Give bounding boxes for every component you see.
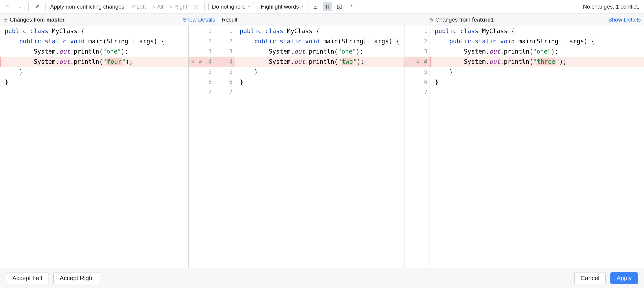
chevron-down-icon: [301, 5, 304, 8]
line-number: 2: [424, 36, 427, 46]
code-line[interactable]: public class MyClass {: [235, 26, 404, 36]
line-number: 3: [208, 46, 212, 57]
gutter-line[interactable]: 5: [189, 67, 214, 77]
gutter-line[interactable]: 1: [214, 26, 235, 36]
code-line[interactable]: System.out.println("one");: [0, 46, 188, 57]
gutter-line[interactable]: 6: [214, 77, 235, 87]
ignore-select-value: Do not ignore: [212, 3, 245, 10]
apply-left-button[interactable]: Left: [130, 3, 147, 10]
code-line[interactable]: public class MyClass {: [430, 26, 644, 36]
apply-right-button[interactable]: Right: [167, 3, 189, 10]
center-code[interactable]: public class MyClass { public static voi…: [235, 26, 404, 268]
gutter-line[interactable]: 7: [214, 87, 235, 97]
conflict-marker: [0, 57, 2, 67]
code-line[interactable]: System.out.println("one");: [430, 46, 644, 57]
code-line[interactable]: System.out.println("two");: [235, 57, 404, 67]
diff-area: public class MyClass { public static voi…: [0, 26, 644, 268]
code-line[interactable]: System.out.println("four");: [0, 57, 188, 67]
gutter-line[interactable]: 4: [189, 57, 214, 67]
ignore-change-icon[interactable]: [190, 59, 195, 64]
code-line[interactable]: }: [235, 67, 404, 77]
gutter-line[interactable]: 5: [404, 67, 430, 77]
code-line[interactable]: [430, 87, 644, 97]
gutter-line[interactable]: 2: [214, 36, 235, 46]
prev-diff-button[interactable]: [3, 2, 12, 11]
svg-point-2: [339, 6, 340, 7]
line-number: 1: [424, 26, 427, 36]
code-line[interactable]: }: [0, 67, 188, 77]
right-code[interactable]: public class MyClass { public static voi…: [430, 26, 644, 268]
apply-all-button[interactable]: All: [150, 3, 165, 10]
code-line[interactable]: System.out.println("one");: [235, 46, 404, 57]
conflict-marker: [430, 57, 432, 67]
gutter-line[interactable]: 6: [404, 77, 430, 87]
gutter-line[interactable]: 4: [404, 57, 430, 67]
right-show-details-link[interactable]: Show Details: [608, 16, 641, 23]
magic-resolve-button[interactable]: [192, 2, 201, 11]
code-line[interactable]: System.out.println("three");: [430, 57, 644, 67]
svg-rect-4: [4, 19, 7, 21]
code-line[interactable]: public class MyClass {: [0, 26, 188, 36]
next-diff-button[interactable]: [15, 2, 25, 11]
accept-right-button[interactable]: Accept Right: [54, 272, 100, 284]
help-button[interactable]: [347, 2, 356, 11]
gutter-line[interactable]: 3: [189, 46, 214, 57]
line-number: 4: [208, 57, 212, 67]
gutter-line[interactable]: 4: [214, 57, 235, 67]
gutter-line[interactable]: 3: [214, 46, 235, 57]
line-number: 3: [424, 46, 427, 57]
line-number: 1: [229, 26, 232, 36]
lock-icon: [429, 17, 434, 22]
line-number: 7: [208, 87, 212, 97]
center-pane: 1234567 public class MyClass { public st…: [214, 26, 430, 268]
code-line[interactable]: }: [430, 77, 644, 87]
collapse-unchanged-button[interactable]: [310, 2, 320, 11]
left-code[interactable]: public class MyClass { public static voi…: [0, 26, 188, 268]
gutter-line[interactable]: 2: [189, 36, 214, 46]
compare-prev-file-button[interactable]: [32, 2, 42, 11]
toolbar-separator: [45, 2, 46, 11]
gutter-line[interactable]: 7: [189, 87, 214, 97]
gutter-line[interactable]: 7: [404, 87, 430, 97]
gutter-line[interactable]: 6: [189, 77, 214, 87]
highlight-mode-select[interactable]: Highlight words: [257, 2, 308, 11]
right-pane: public class MyClass { public static voi…: [430, 26, 644, 268]
accept-change-icon[interactable]: [198, 59, 202, 64]
line-number: 2: [229, 36, 232, 46]
sync-scroll-button[interactable]: [323, 2, 332, 11]
gutter-line[interactable]: 5: [214, 67, 235, 77]
merge-toolbar: Apply non-conflicting changes: Left All …: [0, 0, 644, 13]
gutter-line[interactable]: 2: [404, 36, 430, 46]
code-line[interactable]: }: [430, 67, 644, 77]
center-right-gutter[interactable]: 1234567: [404, 26, 430, 268]
left-pane-header: Changes from master Show Details: [0, 13, 218, 26]
gutter-line[interactable]: 1: [404, 26, 430, 36]
left-pane: public class MyClass { public static voi…: [0, 26, 214, 268]
line-number: 5: [424, 67, 427, 77]
code-line[interactable]: }: [235, 77, 404, 87]
ignore-whitespace-select[interactable]: Do not ignore: [208, 2, 254, 11]
code-line[interactable]: [235, 87, 404, 97]
code-line[interactable]: public static void main(String[] args) {: [235, 36, 404, 46]
apply-button[interactable]: Apply: [610, 272, 638, 284]
accept-left-button[interactable]: Accept Left: [6, 272, 49, 284]
line-number: 4: [229, 57, 232, 67]
left-show-details-link[interactable]: Show Details: [182, 16, 215, 23]
center-left-gutter[interactable]: 1234567: [214, 26, 235, 268]
chevron-down-icon: [247, 5, 251, 8]
code-line[interactable]: }: [0, 77, 188, 87]
apply-left-label: Left: [136, 3, 146, 10]
gutter-line[interactable]: 3: [404, 46, 430, 57]
svg-point-3: [352, 8, 352, 8]
gutter-line[interactable]: 1: [189, 26, 214, 36]
code-line[interactable]: public static void main(String[] args) {: [430, 36, 644, 46]
ignore-change-icon[interactable]: [423, 59, 428, 64]
code-line[interactable]: public static void main(String[] args) {: [0, 36, 188, 46]
code-line[interactable]: [0, 87, 188, 97]
highlight-select-value: Highlight words: [261, 3, 299, 10]
settings-button[interactable]: [335, 2, 344, 11]
svg-point-0: [194, 5, 195, 5]
cancel-button[interactable]: Cancel: [574, 272, 606, 284]
left-gutter[interactable]: 1234567: [188, 26, 214, 268]
accept-change-icon[interactable]: [416, 59, 420, 64]
